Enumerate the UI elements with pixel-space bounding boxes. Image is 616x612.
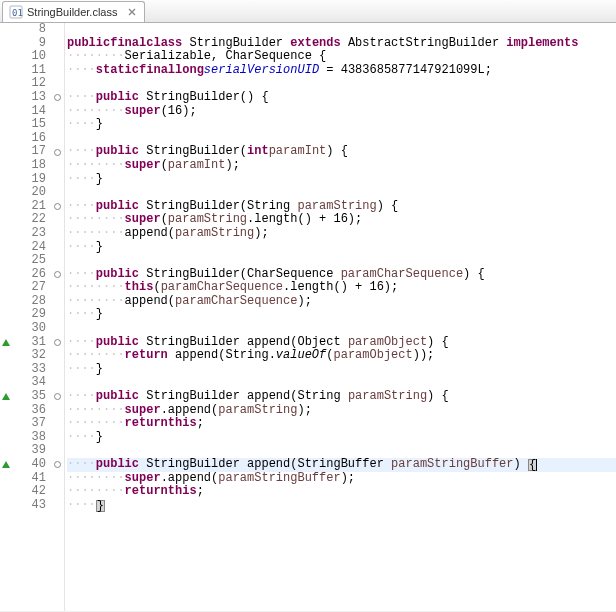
fold-cell <box>50 105 64 119</box>
code-line[interactable] <box>67 254 616 268</box>
code-line[interactable]: ····static final long serialVersionUID =… <box>67 64 616 78</box>
code-line[interactable]: ········super(paramInt); <box>67 159 616 173</box>
line-number: 43 <box>12 499 46 513</box>
marker-cell <box>0 376 12 390</box>
marker-cell <box>0 281 12 295</box>
fold-cell <box>50 295 64 309</box>
fold-toggle-icon[interactable] <box>53 270 62 279</box>
code-line[interactable]: ····} <box>67 308 616 322</box>
marker-cell <box>0 363 12 377</box>
code-line[interactable]: public final class StringBuilder extends… <box>67 37 616 51</box>
close-icon[interactable] <box>126 6 138 18</box>
fold-toggle-icon[interactable] <box>53 202 62 211</box>
marker-cell <box>0 118 12 132</box>
marker-cell <box>0 227 12 241</box>
code-line[interactable]: ····public StringBuilder(int paramInt) { <box>67 145 616 159</box>
marker-cell <box>0 308 12 322</box>
marker-cell <box>0 390 12 404</box>
marker-cell <box>0 50 12 64</box>
override-icon[interactable] <box>2 339 10 346</box>
fold-cell <box>50 241 64 255</box>
code-line[interactable]: ········super(16); <box>67 105 616 119</box>
fold-cell <box>50 268 64 282</box>
code-line[interactable] <box>67 186 616 200</box>
fold-cell <box>50 431 64 445</box>
marker-column <box>0 23 12 611</box>
line-number: 15 <box>12 118 46 132</box>
marker-cell <box>0 64 12 78</box>
fold-toggle-icon[interactable] <box>53 148 62 157</box>
code-line[interactable]: ····public StringBuilder append(String p… <box>67 390 616 404</box>
code-line[interactable]: ····public StringBuilder(CharSequence pa… <box>67 268 616 282</box>
code-line[interactable]: ········super(paramString.length() + 16)… <box>67 213 616 227</box>
code-line[interactable] <box>67 322 616 336</box>
code-line[interactable]: ········return this; <box>67 417 616 431</box>
code-line[interactable]: ····} <box>67 431 616 445</box>
code-line[interactable]: ········super.append(paramString); <box>67 404 616 418</box>
line-number: 32 <box>12 349 46 363</box>
code-line[interactable]: ····public StringBuilder append(StringBu… <box>67 458 616 472</box>
code-line[interactable]: ····} <box>67 499 616 513</box>
fold-cell <box>50 200 64 214</box>
override-icon[interactable] <box>2 393 10 400</box>
code-line[interactable] <box>67 23 616 37</box>
fold-column <box>50 23 65 611</box>
fold-toggle-icon[interactable] <box>53 93 62 102</box>
line-number: 12 <box>12 77 46 91</box>
marker-cell <box>0 91 12 105</box>
svg-text:01: 01 <box>12 8 23 18</box>
line-number: 13 <box>12 91 46 105</box>
tab-title: StringBuilder.class <box>27 6 118 18</box>
marker-cell <box>0 213 12 227</box>
code-line[interactable]: ····} <box>67 173 616 187</box>
code-line[interactable]: ····public StringBuilder append(Object p… <box>67 336 616 350</box>
fold-toggle-icon[interactable] <box>53 392 62 401</box>
marker-cell <box>0 105 12 119</box>
code-line[interactable] <box>67 376 616 390</box>
code-line[interactable] <box>67 132 616 146</box>
fold-cell <box>50 349 64 363</box>
code-line[interactable] <box>67 77 616 91</box>
fold-cell <box>50 213 64 227</box>
code-line[interactable]: ········Serializable, CharSequence { <box>67 50 616 64</box>
line-number: 8 <box>12 23 46 37</box>
code-line[interactable]: ········return this; <box>67 485 616 499</box>
fold-cell <box>50 50 64 64</box>
override-icon[interactable] <box>2 461 10 468</box>
code-line[interactable]: ········append(paramCharSequence); <box>67 295 616 309</box>
fold-cell <box>50 118 64 132</box>
code-line[interactable]: ········return append(String.valueOf(par… <box>67 349 616 363</box>
marker-cell <box>0 37 12 51</box>
fold-toggle-icon[interactable] <box>53 338 62 347</box>
marker-cell <box>0 254 12 268</box>
code-area[interactable]: public final class StringBuilder extends… <box>65 23 616 611</box>
code-line[interactable]: ····} <box>67 118 616 132</box>
code-line[interactable]: ········this(paramCharSequence.length() … <box>67 281 616 295</box>
marker-cell <box>0 404 12 418</box>
fold-cell <box>50 254 64 268</box>
fold-cell <box>50 322 64 336</box>
marker-cell <box>0 485 12 499</box>
marker-cell <box>0 173 12 187</box>
code-line[interactable]: ········append(paramString); <box>67 227 616 241</box>
code-line[interactable]: ····public StringBuilder() { <box>67 91 616 105</box>
code-line[interactable]: ····} <box>67 363 616 377</box>
marker-cell <box>0 472 12 486</box>
code-line[interactable]: ····public StringBuilder(String paramStr… <box>67 200 616 214</box>
marker-cell <box>0 417 12 431</box>
code-line[interactable]: ········super.append(paramStringBuffer); <box>67 472 616 486</box>
line-number: 39 <box>12 444 46 458</box>
code-editor[interactable]: 8910111213141516171819202122232425262728… <box>0 23 616 611</box>
fold-cell <box>50 404 64 418</box>
marker-cell <box>0 431 12 445</box>
editor-tab[interactable]: 01 StringBuilder.class <box>2 1 145 22</box>
line-number: 34 <box>12 376 46 390</box>
marker-cell <box>0 132 12 146</box>
fold-cell <box>50 132 64 146</box>
fold-cell <box>50 444 64 458</box>
code-line[interactable]: ····} <box>67 241 616 255</box>
marker-cell <box>0 186 12 200</box>
code-line[interactable] <box>67 444 616 458</box>
fold-toggle-icon[interactable] <box>53 460 62 469</box>
fold-cell <box>50 173 64 187</box>
